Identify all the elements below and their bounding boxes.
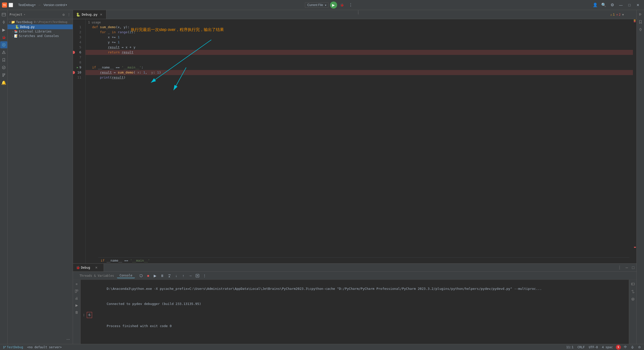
project-name-button[interactable]: TestDebug ▾ [17, 3, 36, 7]
debug-tab-main[interactable]: 🐞 Debug ✕ [73, 264, 104, 271]
sidebar-icon-problems[interactable] [0, 49, 7, 56]
debug-pause-button[interactable]: ⏸ [159, 272, 166, 279]
debug-expand-button[interactable]: □ [630, 264, 636, 271]
status-line-endings[interactable]: CRLF [577, 345, 586, 349]
root-folder-icon: 📁 [11, 20, 15, 24]
sidebar-icon-project[interactable] [0, 11, 7, 18]
console-output-area[interactable]: D:\Anaconda3\python.exe -X pycache_prefi… [80, 280, 629, 344]
debug-rerun-button[interactable] [138, 272, 144, 279]
more-run-options-button[interactable]: ⋮ [347, 2, 354, 9]
debug-stop-button[interactable]: ■ [145, 272, 151, 279]
sidebar-icon-notifications[interactable]: 🔔 [0, 79, 7, 86]
tab-more-button[interactable]: ⋮ [354, 10, 363, 19]
indicator-expand-button[interactable]: ▾ [622, 13, 624, 17]
svg-rect-20 [77, 290, 78, 291]
tree-item-debugpy[interactable]: 🐍 Debug.py [8, 24, 73, 29]
sidebar-icon-todo[interactable] [0, 64, 7, 71]
code-line-7 [86, 55, 633, 60]
maximize-button[interactable]: □ [626, 2, 632, 8]
tree-item-scratches[interactable]: › 📝 Scratches and Consoles [8, 34, 73, 38]
debug-minimize-button[interactable]: — [624, 264, 630, 271]
run-config-selector[interactable]: Current File ▾ [305, 2, 328, 8]
debug-tab-icon: 🐞 [76, 266, 80, 269]
code-line-10: result = sum_demo( x: 1, y: 1) [86, 70, 633, 75]
debug-tab-console[interactable]: Console [117, 273, 135, 278]
debug-step-into-button[interactable]: ↓ [173, 272, 180, 279]
debug-sidebar-btn-1[interactable]: ≡ [73, 281, 80, 287]
error-badge: ✕ 2 [616, 13, 621, 16]
debug-evaluate-button[interactable] [194, 272, 201, 279]
editor-content-area[interactable]: 1 2 3 4 5 6 7 8 ▶9 10 11 [73, 19, 636, 263]
run-config-dropdown-icon: ▾ [325, 4, 326, 7]
status-lang-cn[interactable]: 中 [623, 345, 628, 349]
tab-debugpy-close[interactable]: ✕ [99, 13, 103, 17]
code-line-3: x += 1 [86, 35, 633, 40]
status-right-items: 11:1 CRLF UTF-8 4 spac S 中 [565, 345, 642, 350]
debug-step-over-button[interactable] [166, 272, 173, 279]
line-num-5: 5 [73, 45, 83, 50]
sidebar-icon-git[interactable] [0, 72, 7, 79]
top-indicators: ⚠ 1 ✕ 2 ▾ [610, 10, 624, 19]
sidebar-icon-run[interactable]: ▶ [0, 26, 7, 33]
debug-resume-button[interactable]: ▶ [152, 272, 158, 279]
status-extra-icon[interactable] [637, 346, 642, 349]
status-encoding[interactable]: UTF-8 [588, 345, 599, 349]
svg-point-10 [4, 74, 5, 75]
sidebar-icon-plugins[interactable] [0, 41, 7, 48]
settings-button[interactable]: ⚙ [609, 2, 615, 8]
svg-rect-36 [632, 346, 633, 347]
project-gear-icon[interactable]: ⚙ [63, 13, 65, 17]
vcs-label: Version control [44, 3, 65, 7]
close-button[interactable]: ✕ [635, 2, 641, 8]
scratches-label: Scratches and Consoles [19, 34, 59, 38]
debug-more-button[interactable]: ⋮ [616, 264, 624, 271]
debug-run-to-cursor-button[interactable]: → [187, 272, 194, 279]
sidebar-icon-debug[interactable]: 🐞 [0, 34, 7, 41]
code-editor[interactable]: 1 usage def sum_demo(x, y): for _ in ran… [86, 19, 633, 263]
debug-sidebar-btn-5[interactable]: 🗑 [73, 309, 80, 316]
rpanel-icon-3[interactable] [630, 296, 636, 302]
debug-more-options[interactable]: ⋮ [201, 272, 208, 279]
vcs-button[interactable]: Version control ▾ [43, 3, 68, 7]
debug-sidebar-btn-2[interactable] [73, 288, 80, 294]
user-icon-button[interactable]: 👤 [592, 2, 598, 8]
rpanel-icon-1[interactable] [630, 281, 636, 287]
debug-button[interactable]: 🐞 [339, 2, 346, 9]
status-git-branch[interactable]: TestDebug [2, 345, 24, 349]
gutter-mark-error2 [634, 247, 636, 248]
rpanel-icon-2[interactable] [630, 288, 636, 295]
status-mic-icon[interactable] [630, 346, 635, 349]
debug-tab-threads[interactable]: Threads & Variables [77, 273, 116, 278]
project-more-icon[interactable]: ⋮ [67, 13, 71, 17]
project-panel-more-button[interactable]: ⋯ [65, 336, 72, 343]
sidebar-icon-bookmarks[interactable] [0, 56, 7, 63]
project-dropdown-icon: ▾ [34, 4, 35, 6]
right-scroll-gutter[interactable] [633, 19, 636, 263]
debug-step-out-button[interactable]: ↑ [180, 272, 187, 279]
right-icon-structure[interactable] [637, 11, 644, 18]
sidebar-icon-commit[interactable] [0, 19, 7, 26]
right-icon-notifications2[interactable] [637, 26, 644, 33]
status-indent[interactable]: 4 spac [601, 345, 614, 349]
run-button[interactable]: ▶ [330, 2, 337, 9]
root-expand-arrow: ▾ [9, 21, 11, 23]
debug-sidebar-btn-4[interactable]: ▶ [73, 302, 80, 308]
tree-item-external-libs[interactable]: › 📚 External Libraries [8, 29, 73, 34]
ext-libs-icon: 📚 [14, 30, 18, 33]
status-position[interactable]: 11:1 [565, 345, 575, 349]
status-no-server[interactable]: <no default server> [26, 345, 63, 349]
right-icon-bookmarks[interactable] [637, 19, 644, 25]
project-name-label: TestDebug [18, 3, 34, 7]
project-panel-title: Project [10, 13, 22, 16]
hamburger-menu-button[interactable] [9, 3, 13, 7]
debug-sidebar-btn-3[interactable]: 🖨 [73, 295, 80, 301]
search-everywhere-button[interactable]: 🔍 [601, 2, 607, 8]
tree-item-root[interactable]: ▾ 📁 TestDebug D:\Project\TestDebug [8, 20, 73, 24]
status-sogou-icon[interactable]: S [616, 345, 621, 350]
debug-panel: 🐞 Debug ✕ ⋮ — □ Threads & Variables Cons… [73, 263, 636, 344]
debug-tab-close[interactable]: ✕ [92, 266, 101, 269]
svg-line-25 [633, 292, 634, 293]
tab-debugpy[interactable]: 🐍 Debug.py ✕ [73, 10, 106, 19]
code-line-5: result = x + y [86, 45, 633, 50]
minimize-button[interactable]: — [618, 2, 624, 8]
